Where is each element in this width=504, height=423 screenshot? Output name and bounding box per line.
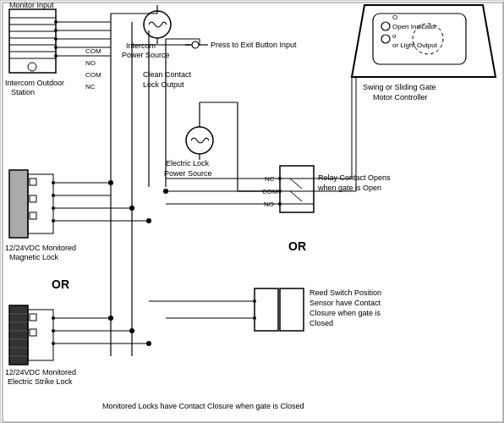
svg-text:NC: NC	[85, 83, 96, 91]
magnetic-lock-label: 12/24VDC Monitored	[5, 244, 76, 252]
swing-gate-label: Swing or Sliding Gate	[363, 83, 436, 91]
intercom-power-label: Intercom	[126, 41, 156, 50]
intercom-outdoor-label: Intercom Outdoor	[5, 79, 64, 87]
svg-text:NO: NO	[85, 59, 96, 67]
svg-rect-0	[3, 3, 503, 422]
svg-text:Open Indicator: Open Indicator	[392, 23, 437, 30]
svg-text:or Light Output: or Light Output	[392, 41, 438, 49]
monitor-input-label: Monitor Input	[9, 1, 54, 9]
svg-point-112	[108, 316, 113, 321]
intercom-power-label2: Power Source	[122, 51, 170, 59]
svg-point-113	[129, 328, 134, 333]
svg-point-108	[108, 180, 113, 185]
wiring-diagram: Monitor Input Intercom Outdoor Station I…	[0, 0, 504, 423]
svg-text:COM: COM	[85, 71, 101, 79]
svg-text:COM: COM	[85, 47, 101, 55]
monitored-locks-label: Monitored Locks have Contact Closure whe…	[102, 402, 304, 410]
svg-point-110	[146, 218, 151, 223]
electric-lock-power-label2: Power Source	[164, 169, 212, 178]
reed-switch-label3: Closure when gate is	[310, 309, 381, 317]
swing-gate-label2: Motor Controller	[373, 93, 428, 102]
electric-lock-power-label: Electric Lock	[166, 159, 210, 168]
press-exit-label: Press to Exit Button Input	[211, 41, 297, 49]
clean-contact-label: Clean Contact	[143, 70, 192, 79]
or-label-bottom: OR	[288, 239, 306, 253]
reed-switch-label4: Closed	[310, 319, 333, 327]
reed-switch-label: Reed Switch Position	[310, 288, 381, 297]
relay-contact-label: Relay Contact Opens	[318, 173, 391, 182]
svg-point-114	[146, 341, 151, 346]
electric-strike-label2: Electric Strike Lock	[8, 377, 73, 386]
reed-switch-label2: Sensor have Contact	[310, 299, 381, 307]
svg-text:O: O	[392, 14, 397, 21]
svg-rect-42	[9, 170, 28, 238]
svg-point-111	[163, 189, 168, 194]
svg-text:o: o	[392, 32, 397, 40]
intercom-outdoor-label2: Station	[11, 88, 35, 96]
or-label-top: OR	[52, 277, 69, 291]
magnetic-lock-label2: Magnetic Lock	[9, 253, 59, 261]
svg-point-109	[129, 206, 134, 211]
electric-strike-label: 12/24VDC Monitored	[5, 368, 76, 376]
